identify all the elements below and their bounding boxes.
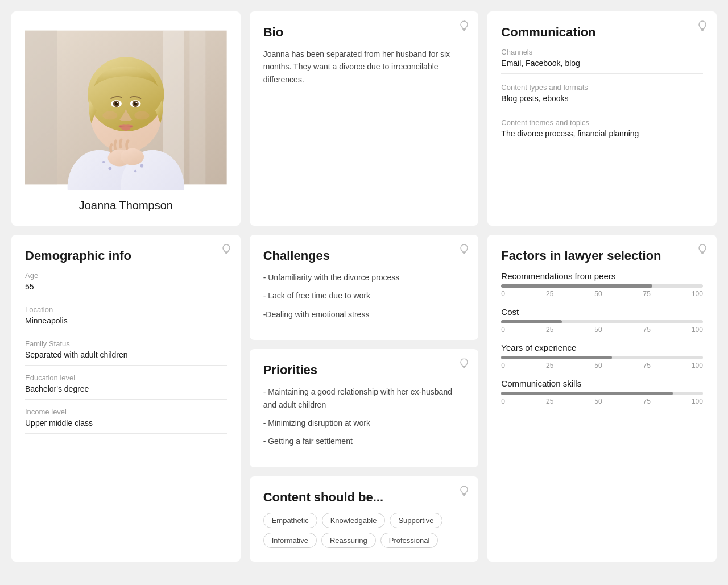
factor-label: Communication skills xyxy=(501,379,703,388)
bar-scale-label: 50 xyxy=(594,290,602,298)
svg-point-22 xyxy=(136,102,138,103)
bar-scale-label: 75 xyxy=(643,362,651,370)
list-item: - Getting a fair settlement xyxy=(263,435,465,447)
challenges-lightbulb-icon xyxy=(459,244,469,259)
factor-label: Cost xyxy=(501,307,703,317)
factor-label: Years of experience xyxy=(501,343,703,352)
demo-family-label: Family Status xyxy=(25,339,227,348)
priorities-list: - Maintaining a good relationship with h… xyxy=(263,385,465,448)
demo-family-section: Family Status Separated with adult child… xyxy=(25,339,227,366)
bar-scale-label: 100 xyxy=(692,326,703,334)
bio-text: Joanna has been separated from her husba… xyxy=(263,48,465,86)
bar-scale-label: 0 xyxy=(501,397,505,405)
svg-rect-2 xyxy=(189,31,205,185)
content-title: Content should be... xyxy=(263,490,465,505)
demo-location-label: Location xyxy=(25,305,227,314)
factor-item: Recommendations from peers0255075100 xyxy=(501,271,703,298)
challenges-title: Challenges xyxy=(263,248,465,263)
demo-income-section: Income level Upper middle class xyxy=(25,408,227,434)
demo-income-label: Income level xyxy=(25,408,227,416)
bio-card: Bio Joanna has been separated from her h… xyxy=(250,11,479,226)
list-item: - Minimizing disruption at work xyxy=(263,417,465,429)
bar-scale-label: 0 xyxy=(501,362,505,370)
bio-title: Bio xyxy=(263,25,465,40)
svg-point-26 xyxy=(121,148,144,165)
svg-rect-33 xyxy=(225,253,228,254)
bar-scale-label: 25 xyxy=(546,362,553,370)
content-tag: Knowledgable xyxy=(322,513,386,528)
comm-themes-label: Content themes and topics xyxy=(501,118,703,127)
challenges-card: Challenges - Unfamiliarity with the divo… xyxy=(250,235,479,340)
svg-rect-38 xyxy=(462,493,466,495)
content-tag: Informative xyxy=(263,533,317,548)
factors-title: Factors in lawyer selection xyxy=(501,248,703,263)
middle-column: Challenges - Unfamiliarity with the divo… xyxy=(250,235,479,562)
comm-title: Communication xyxy=(501,25,703,40)
bar-scale-label: 100 xyxy=(692,290,703,298)
factor-label: Recommendations from peers xyxy=(501,271,703,281)
bar-scale-label: 25 xyxy=(546,397,553,405)
bar-scale-label: 75 xyxy=(643,397,651,405)
list-item: - Lack of free time due to work xyxy=(263,289,465,302)
comm-channels-section: Channels Email, Facebook, blog xyxy=(501,48,703,74)
demographic-card: Demographic info Age 55 Location Minneap… xyxy=(11,235,241,562)
bar-fill xyxy=(501,392,672,395)
bar-fill xyxy=(501,320,561,323)
svg-rect-35 xyxy=(463,253,465,254)
svg-rect-37 xyxy=(463,367,465,368)
demo-title: Demographic info xyxy=(25,248,227,263)
profile-photo xyxy=(25,25,227,190)
bar-track xyxy=(501,392,703,395)
comm-types-label: Content types and formats xyxy=(501,83,703,92)
priorities-lightbulb-icon xyxy=(459,358,469,374)
demo-family-value: Separated with adult children xyxy=(25,350,227,366)
svg-rect-41 xyxy=(701,253,704,254)
priorities-title: Priorities xyxy=(263,363,465,377)
priorities-card: Priorities - Maintaining a good relation… xyxy=(250,349,479,467)
list-item: -Dealing with emotional stress xyxy=(263,308,465,321)
list-item: - Maintaining a good relationship with h… xyxy=(263,385,465,411)
content-tag: Empathetic xyxy=(263,513,317,528)
svg-rect-36 xyxy=(462,366,466,367)
communication-card: Communication Channels Email, Facebook, … xyxy=(487,11,717,226)
factor-item: Cost0255075100 xyxy=(501,307,703,334)
svg-rect-28 xyxy=(463,30,465,31)
challenges-list: - Unfamiliarity with the divorce process… xyxy=(263,271,465,321)
comm-lightbulb-icon xyxy=(697,20,708,36)
svg-point-10 xyxy=(140,164,144,168)
comm-themes-section: Content themes and topics The divorce pr… xyxy=(501,118,703,144)
content-tag: Reassuring xyxy=(321,533,376,548)
svg-rect-32 xyxy=(225,252,228,253)
demo-income-value: Upper middle class xyxy=(25,418,227,434)
content-tag: Supportive xyxy=(390,513,442,528)
svg-point-21 xyxy=(117,102,118,103)
svg-rect-39 xyxy=(463,495,465,496)
bar-track xyxy=(501,284,703,288)
profile-photo-svg xyxy=(25,25,227,190)
comm-themes-value: The divorce process, financial planning xyxy=(501,129,703,144)
demo-age-section: Age 55 xyxy=(25,271,227,297)
svg-point-7 xyxy=(109,167,112,171)
demo-education-label: Education level xyxy=(25,374,227,382)
content-tags-container: EmpatheticKnowledgableSupportiveInformat… xyxy=(263,513,465,548)
content-tag: Professional xyxy=(380,533,439,548)
factor-item: Communication skills0255075100 xyxy=(501,379,703,405)
bar-scale-label: 50 xyxy=(594,397,602,405)
comm-types-section: Content types and formats Blog posts, eb… xyxy=(501,83,703,109)
bar-track xyxy=(501,356,703,359)
svg-rect-31 xyxy=(701,30,704,31)
demo-education-section: Education level Bachelor's degree xyxy=(25,374,227,400)
bar-track xyxy=(501,320,703,323)
comm-types-value: Blog posts, ebooks xyxy=(501,94,703,109)
svg-point-23 xyxy=(102,111,117,120)
demo-location-value: Minneapolis xyxy=(25,316,227,331)
bar-scale-label: 50 xyxy=(594,362,602,370)
bar-scale-label: 0 xyxy=(501,290,505,298)
svg-point-24 xyxy=(134,111,149,120)
bar-scale-labels: 0255075100 xyxy=(501,362,703,370)
factors-lightbulb-icon xyxy=(697,244,708,259)
bar-scale-label: 100 xyxy=(692,397,703,405)
bar-scale-label: 75 xyxy=(643,290,651,298)
svg-rect-27 xyxy=(462,28,466,30)
factors-list: Recommendations from peers0255075100Cost… xyxy=(501,271,703,405)
